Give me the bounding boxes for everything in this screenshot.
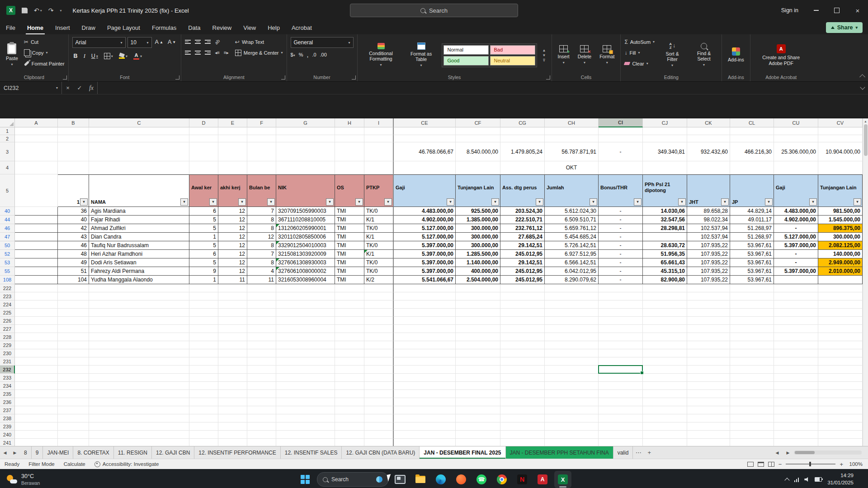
gallery-more-button[interactable]: ⊽ — [543, 58, 546, 62]
cell-i[interactable]: K/1 — [364, 250, 394, 258]
cell-cg[interactable]: 29.142,51 — [500, 258, 545, 267]
edge-button[interactable] — [432, 471, 449, 488]
accessibility-button[interactable]: Accessibility: Investigate — [90, 461, 164, 467]
cell-ce[interactable] — [394, 390, 456, 398]
cell-a[interactable] — [15, 439, 58, 446]
cell-f[interactable] — [247, 135, 276, 142]
cell-cf[interactable]: 1.285.500,00 — [456, 250, 500, 258]
cell-b[interactable]: 46 — [58, 241, 89, 250]
cell-cg[interactable] — [500, 161, 545, 174]
row-header-5[interactable]: 5 — [0, 174, 15, 207]
insert-cells-button[interactable]: + Insert ▾ — [556, 37, 572, 73]
cell-f[interactable] — [247, 349, 276, 357]
cell-e[interactable] — [218, 325, 247, 333]
cell-f[interactable] — [247, 142, 276, 161]
cell-ce[interactable]: Gaji▾ — [394, 174, 456, 207]
zoom-in-button[interactable]: + — [840, 461, 843, 468]
cell-f[interactable] — [247, 390, 276, 398]
brave-button[interactable] — [453, 471, 470, 488]
cell-e[interactable] — [218, 439, 247, 446]
cell-h[interactable] — [335, 431, 364, 439]
cell-ce[interactable] — [394, 161, 456, 174]
cell-h[interactable] — [335, 439, 364, 446]
cell-e[interactable] — [218, 127, 247, 135]
cell-a[interactable] — [15, 357, 58, 366]
cell-c[interactable] — [89, 398, 189, 406]
cell-ci[interactable]: - — [599, 142, 643, 161]
cell-a[interactable] — [15, 406, 58, 414]
sheet-nav-left-button[interactable]: ◀ — [0, 446, 10, 459]
row-header-1[interactable]: 1 — [0, 127, 15, 135]
cell-a[interactable] — [15, 142, 58, 161]
cell-b[interactable] — [58, 292, 89, 300]
cell-i[interactable]: TK/0 — [364, 267, 394, 276]
cell-g[interactable]: 3329012504010003 — [276, 241, 335, 250]
cell-cg[interactable] — [500, 366, 545, 374]
cell-g[interactable] — [276, 341, 335, 349]
cell-d[interactable] — [189, 292, 218, 300]
cell-ck[interactable]: 98.022,34 — [687, 216, 730, 224]
cell-cv[interactable] — [818, 284, 863, 292]
cell-e[interactable] — [218, 309, 247, 317]
cell-h[interactable]: TMI — [335, 267, 364, 276]
cell-e[interactable]: 12 — [218, 233, 247, 241]
cell-ch[interactable] — [545, 439, 599, 446]
cell-f[interactable] — [247, 414, 276, 422]
cell-d[interactable] — [189, 284, 218, 292]
cell-e[interactable]: 12 — [218, 267, 247, 276]
cell-cg[interactable] — [500, 292, 545, 300]
cell-cv[interactable] — [818, 292, 863, 300]
cell-i[interactable] — [364, 439, 394, 446]
cell-ci[interactable] — [599, 349, 643, 357]
column-header-a[interactable]: A — [15, 118, 58, 127]
cell-cf[interactable]: 300.000,00 — [456, 224, 500, 233]
cell-cu[interactable] — [774, 325, 818, 333]
cell-cj[interactable] — [643, 431, 687, 439]
cell-ci[interactable] — [599, 406, 643, 414]
cell-cf[interactable] — [456, 341, 500, 349]
cell-h[interactable]: OS▾ — [335, 174, 364, 207]
cell-i[interactable] — [364, 422, 394, 431]
column-header-g[interactable]: G — [276, 118, 335, 127]
cell-ce[interactable]: 5.541.066,67 — [394, 276, 456, 284]
weather-widget[interactable]: 30°C Berawan — [0, 473, 46, 486]
cell-a[interactable] — [15, 258, 58, 267]
cell-cf[interactable]: Tunjangan Lain▾ — [456, 174, 500, 207]
vertical-scrollbar-thumb[interactable] — [864, 124, 868, 156]
cell-e[interactable]: 12 — [218, 250, 247, 258]
cell-b[interactable] — [58, 374, 89, 382]
cell-f[interactable]: 11 — [247, 276, 276, 284]
cell-b[interactable] — [58, 431, 89, 439]
cell-c[interactable]: Dian Candra — [89, 233, 189, 241]
bold-button[interactable]: B — [72, 51, 79, 61]
filter-dropdown-g[interactable]: ▾ — [326, 198, 334, 206]
cell-i[interactable] — [364, 300, 394, 309]
cell-cl[interactable]: JP▾ — [730, 174, 774, 207]
filter-dropdown-cl[interactable]: ▾ — [765, 198, 773, 206]
column-header-e[interactable]: E — [218, 118, 247, 127]
cell-cf[interactable] — [456, 300, 500, 309]
cell-ce[interactable] — [394, 341, 456, 349]
cell-ci[interactable] — [599, 300, 643, 309]
normal-view-button[interactable] — [747, 462, 754, 467]
ribbon-tab-view[interactable]: View — [237, 21, 262, 34]
cell-cj[interactable] — [643, 414, 687, 422]
cell-h[interactable] — [335, 374, 364, 382]
cell-i[interactable]: TK/0 — [364, 258, 394, 267]
column-header-ch[interactable]: CH — [545, 118, 599, 127]
cell-ck[interactable] — [687, 300, 730, 309]
cell-ce[interactable] — [394, 325, 456, 333]
cell-a[interactable] — [15, 207, 58, 216]
cell-cu[interactable]: - — [774, 250, 818, 258]
cell-cg[interactable] — [500, 317, 545, 325]
cell-d[interactable]: 5 — [189, 258, 218, 267]
row-header-241[interactable]: 241 — [0, 439, 15, 446]
cell-g[interactable]: 3216053008960004 — [276, 276, 335, 284]
cell-b[interactable]: 48 — [58, 250, 89, 258]
cell-cg[interactable] — [500, 325, 545, 333]
cell-ch[interactable] — [545, 300, 599, 309]
cell-h[interactable]: TMI — [335, 258, 364, 267]
borders-button[interactable]: ▾ — [103, 51, 114, 61]
cell-cf[interactable] — [456, 357, 500, 366]
cell-ci[interactable] — [599, 161, 643, 174]
